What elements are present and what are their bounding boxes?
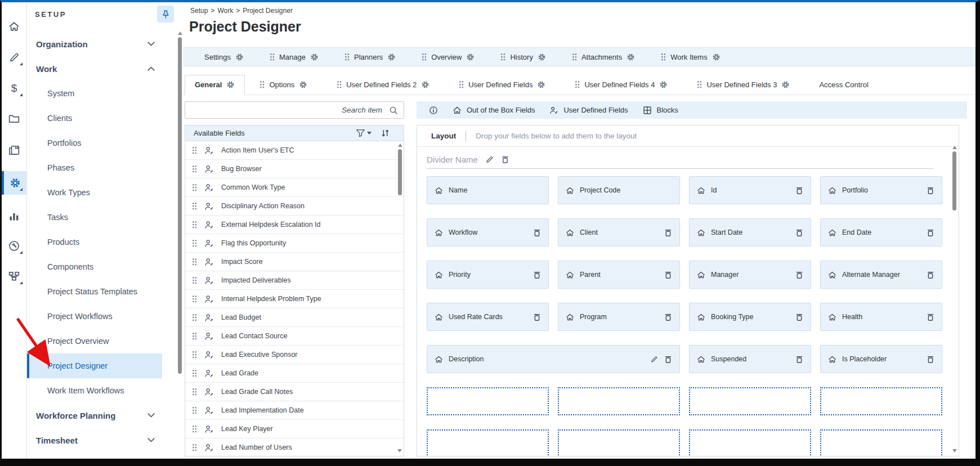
pencil-icon[interactable] [2, 46, 26, 69]
edit-icon[interactable] [650, 355, 658, 364]
scrollbar-thumb[interactable] [398, 149, 402, 195]
filter-button[interactable] [356, 129, 372, 137]
empty-drop-slot[interactable] [558, 429, 680, 456]
home-icon[interactable] [2, 15, 26, 38]
tab-gear-icon[interactable] [310, 53, 319, 61]
drag-handle-icon[interactable] [697, 80, 702, 88]
tab-work-items[interactable]: Work Items [648, 53, 734, 61]
trash-icon[interactable] [501, 155, 509, 164]
scroll-up-icon[interactable] [952, 146, 957, 149]
trash-icon[interactable] [664, 271, 672, 279]
empty-drop-slot[interactable] [427, 387, 549, 415]
drag-handle-icon[interactable] [500, 53, 505, 61]
drag-handle-icon[interactable] [192, 221, 197, 228]
field-list-item[interactable]: Internal Helpdesk Problem Type [185, 290, 404, 308]
sidebar-item-project-overview[interactable]: Project Overview [27, 329, 162, 353]
empty-drop-slot[interactable] [820, 387, 942, 415]
dollar-icon[interactable]: $ [2, 77, 26, 100]
tab-settings[interactable]: Settings [192, 53, 257, 61]
sidebar-item-components[interactable]: Components [27, 254, 162, 279]
empty-drop-slot[interactable] [427, 429, 549, 456]
tab-gear-icon[interactable] [712, 53, 721, 61]
empty-drop-slot[interactable] [689, 429, 811, 456]
drag-handle-icon[interactable] [192, 239, 197, 247]
field-card-description[interactable]: Description [427, 345, 680, 373]
trash-icon[interactable] [927, 186, 934, 195]
drag-handle-icon[interactable] [192, 146, 197, 154]
field-card-suspended[interactable]: Suspended [689, 345, 811, 373]
drag-handle-icon[interactable] [192, 369, 197, 377]
field-list-item[interactable]: Common Work Type [185, 178, 404, 197]
drag-handle-icon[interactable] [192, 313, 197, 321]
field-card-program[interactable]: Program [558, 303, 680, 331]
tab-history[interactable]: History [488, 53, 559, 61]
drag-handle-icon[interactable] [572, 53, 577, 61]
tab-options[interactable]: Options [245, 74, 322, 95]
tab-planners[interactable]: Planners [332, 53, 409, 61]
drag-handle-icon[interactable] [192, 443, 197, 451]
sidebar-scrollbar[interactable] [177, 32, 182, 450]
field-card-end-date[interactable]: End Date [820, 218, 942, 247]
tab-gear-icon[interactable] [421, 80, 429, 89]
field-list-item[interactable]: Impact Score [185, 253, 404, 271]
sidebar-item-project-designer[interactable]: Project Designer [27, 353, 162, 378]
scroll-up-icon[interactable] [178, 32, 182, 35]
field-list-item[interactable]: Lead Contact Source [185, 327, 404, 346]
workflow-icon[interactable] [2, 265, 26, 288]
field-list-item[interactable]: Lead Grade Call Notes [185, 383, 404, 401]
tab-manage[interactable]: Manage [257, 53, 332, 61]
edit-icon[interactable] [485, 155, 494, 164]
field-card-project-code[interactable]: Project Code [558, 176, 680, 204]
field-card-id[interactable]: Id [689, 176, 811, 204]
tab-gear-icon[interactable] [781, 80, 790, 89]
field-list-item[interactable]: Disciplinary Action Reason [185, 197, 404, 216]
field-list-item[interactable]: Lead Number of Users [185, 438, 404, 456]
scroll-up-icon[interactable] [398, 144, 402, 147]
drag-handle-icon[interactable] [459, 80, 464, 88]
admin-tools-icon[interactable] [2, 234, 26, 258]
field-card-client[interactable]: Client [558, 218, 680, 247]
sidebar-item-portfolios[interactable]: Portfolios [27, 131, 162, 155]
field-card-booking-type[interactable]: Booking Type [689, 303, 811, 331]
trash-icon[interactable] [795, 355, 803, 364]
trash-icon[interactable] [533, 313, 541, 321]
field-card-workflow[interactable]: Workflow [427, 218, 549, 247]
tab-general[interactable]: General [185, 75, 245, 95]
sidebar-item-phases[interactable]: Phases [27, 155, 162, 180]
search-icon[interactable] [389, 106, 398, 115]
tab-gear-icon[interactable] [387, 53, 396, 61]
trash-icon[interactable] [927, 228, 934, 237]
field-list-item[interactable]: Impacted Deliverables [185, 271, 404, 290]
tab-attachments[interactable]: Attachments [560, 53, 648, 61]
sidebar-item-project-status-templates[interactable]: Project Status Templates [27, 279, 162, 304]
sidebar-item-work-item-workflows[interactable]: Work Item Workflows [27, 378, 162, 403]
drag-handle-icon[interactable] [344, 53, 350, 61]
trash-icon[interactable] [927, 271, 934, 279]
field-list-item[interactable]: External Helpdesk Escalation Id [185, 216, 404, 234]
trash-icon[interactable] [795, 313, 803, 321]
fields-scrollbar[interactable] [397, 144, 402, 195]
field-card-used-rate-cards[interactable]: Used Rate Cards [427, 303, 549, 331]
sidebar-item-timesheet[interactable]: Timesheet [27, 428, 162, 452]
field-card-parent[interactable]: Parent [558, 261, 680, 289]
field-list-item[interactable]: Lead Executive Sponsor [185, 346, 404, 364]
sidebar-item-project-workflows[interactable]: Project Workflows [27, 304, 162, 329]
sidebar-item-clients[interactable]: Clients [27, 106, 162, 131]
tab-gear-icon[interactable] [537, 80, 545, 89]
sidebar-item-work[interactable]: Work [27, 56, 162, 81]
tab-user-defined-fields[interactable]: User Defined Fields [444, 74, 560, 95]
info-button[interactable] [429, 106, 438, 115]
trash-icon[interactable] [795, 228, 803, 237]
drag-handle-icon[interactable] [192, 183, 197, 191]
tab-user-defined-fields-4[interactable]: User Defined Fields 4 [560, 74, 682, 95]
drag-handle-icon[interactable] [192, 406, 197, 414]
drag-handle-icon[interactable] [192, 295, 197, 303]
field-list-item[interactable]: Lead Grade [185, 364, 404, 383]
drag-handle-icon[interactable] [192, 276, 197, 284]
layout-scrollbar[interactable] [952, 146, 957, 210]
field-card-manager[interactable]: Manager [689, 261, 811, 289]
scrollbar-thumb[interactable] [952, 151, 956, 210]
tab-gear-icon[interactable] [538, 53, 546, 61]
tab-gear-icon[interactable] [235, 53, 244, 61]
drag-handle-icon[interactable] [192, 165, 197, 173]
